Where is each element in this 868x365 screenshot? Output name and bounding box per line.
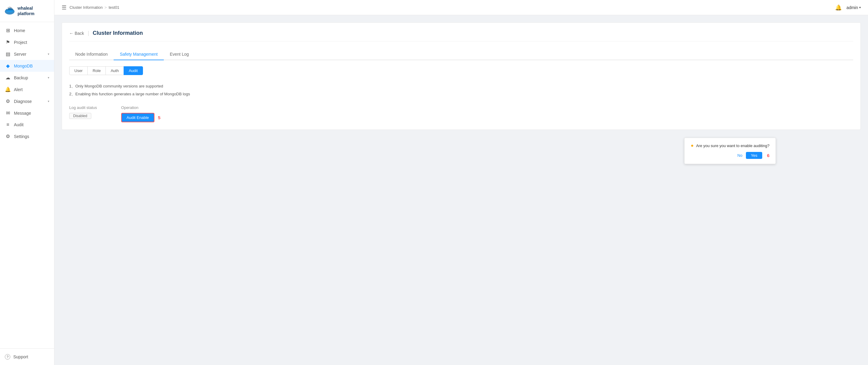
chevron-down-icon: ▾: [48, 52, 49, 56]
server-icon: ▤: [5, 51, 11, 57]
sidebar-item-label: Server: [14, 52, 45, 57]
sidebar: whaleal platform ⊞ Home ⚑ Project ▤ Serv…: [0, 0, 54, 365]
logo: whaleal platform: [0, 0, 54, 22]
user-menu[interactable]: admin ▾: [846, 5, 861, 10]
tab-safety-management[interactable]: Safety Management: [114, 49, 163, 60]
sub-tab-auth[interactable]: Auth: [105, 66, 124, 75]
sidebar-item-label: Message: [14, 111, 49, 116]
logo-icon: [4, 5, 16, 17]
page-header: ← Back | Cluster Information: [69, 30, 853, 41]
message-icon: ✉: [5, 110, 11, 116]
sub-tab-role[interactable]: Role: [87, 66, 106, 75]
page-title: Cluster Information: [93, 30, 143, 36]
content-area: ← Back | Cluster Information Node Inform…: [54, 15, 868, 365]
diagnose-icon: ⚙: [5, 99, 11, 104]
info-item-2: 2、Enabling this function generates a lar…: [69, 90, 853, 98]
sidebar-item-backup[interactable]: ☁ Backup ▾: [0, 72, 54, 84]
topbar-right: 🔔 admin ▾: [835, 4, 861, 11]
menu-icon: ☰: [62, 4, 66, 11]
breadcrumb-cluster[interactable]: Cluster Information: [69, 5, 103, 10]
sidebar-item-label: Project: [14, 40, 49, 45]
chevron-down-icon: ▾: [48, 76, 49, 79]
sidebar-item-message[interactable]: ✉ Message: [0, 107, 54, 119]
sidebar-item-support[interactable]: ? Support: [0, 351, 54, 363]
step-number-5: 5: [158, 115, 160, 120]
sidebar-item-audit[interactable]: ≡ Audit: [0, 119, 54, 131]
tab-event-log[interactable]: Event Log: [164, 49, 195, 60]
sidebar-item-project[interactable]: ⚑ Project: [0, 36, 54, 48]
bell-icon[interactable]: 🔔: [835, 4, 842, 11]
breadcrumb-separator: >: [104, 5, 107, 10]
sub-tabs: User Role Auth Audit: [69, 66, 853, 75]
sub-tab-audit[interactable]: Audit: [124, 66, 143, 75]
main-area: ☰ Cluster Information > test01 🔔 admin ▾…: [54, 0, 868, 365]
svg-point-3: [8, 7, 10, 8]
sidebar-item-settings[interactable]: ⚙ Settings: [0, 131, 54, 142]
audit-info-list: 1、Only MongoDB community versions are su…: [69, 82, 853, 98]
popover-question: ● Are you sure you want to enable auditi…: [690, 143, 770, 148]
arrow-left-icon: ←: [69, 31, 73, 36]
audit-status-row: Log audit status Disabled Operation Audi…: [69, 105, 853, 122]
sidebar-item-label: Alert: [14, 87, 49, 92]
sidebar-item-label: Audit: [14, 122, 49, 127]
popover-actions: No Yes 6: [690, 152, 770, 159]
sub-tab-user[interactable]: User: [69, 66, 88, 75]
chevron-down-icon: ▾: [859, 6, 861, 9]
popover-yes-button[interactable]: Yes: [746, 152, 762, 159]
sidebar-item-label: Settings: [14, 134, 49, 139]
sidebar-item-home[interactable]: ⊞ Home: [0, 25, 54, 36]
operation-column: Operation Audit Enable 5: [121, 105, 160, 122]
support-icon: ?: [5, 354, 10, 360]
sidebar-item-label: Support: [13, 355, 49, 359]
status-badge: Disabled: [69, 113, 91, 119]
topbar: ☰ Cluster Information > test01 🔔 admin ▾: [54, 0, 868, 15]
chevron-down-icon: ▾: [48, 100, 49, 103]
audit-icon: ≡: [5, 122, 11, 128]
operation-col-label: Operation: [121, 105, 160, 110]
sidebar-item-server[interactable]: ▤ Server ▾: [0, 48, 54, 60]
logo-text: whaleal platform: [18, 5, 34, 16]
sidebar-item-label: MongoDB: [14, 63, 49, 68]
page-card: ← Back | Cluster Information Node Inform…: [62, 22, 861, 130]
settings-icon: ⚙: [5, 134, 11, 139]
svg-point-2: [6, 7, 8, 9]
audit-enable-button[interactable]: Audit Enable: [121, 113, 154, 122]
sidebar-item-label: Backup: [14, 75, 45, 80]
project-icon: ⚑: [5, 39, 11, 45]
backup-icon: ☁: [5, 75, 11, 81]
popover-no-button[interactable]: No: [738, 153, 743, 158]
breadcrumb: ☰ Cluster Information > test01: [62, 4, 119, 11]
sidebar-item-diagnose[interactable]: ⚙ Diagnose ▾: [0, 95, 54, 107]
back-label: Back: [75, 31, 84, 36]
status-col-label: Log audit status: [69, 105, 97, 110]
main-tabs: Node Information Safety Management Event…: [69, 49, 853, 60]
popover-question-text: Are you sure you want to enable auditing…: [696, 143, 770, 148]
sidebar-item-mongodb[interactable]: ◆ MongoDB: [0, 60, 54, 72]
user-label: admin: [846, 5, 858, 10]
status-column: Log audit status Disabled: [69, 105, 97, 119]
sidebar-item-alert[interactable]: 🔔 Alert: [0, 84, 54, 95]
home-icon: ⊞: [5, 28, 11, 33]
sidebar-item-label: Home: [14, 28, 49, 33]
back-button[interactable]: ← Back: [69, 31, 84, 36]
sidebar-item-label: Diagnose: [14, 99, 45, 104]
step-number-6: 6: [767, 153, 770, 158]
header-divider: |: [88, 30, 89, 36]
sidebar-bottom: ? Support: [0, 348, 54, 365]
confirmation-popover: ● Are you sure you want to enable auditi…: [684, 138, 776, 164]
mongodb-icon: ◆: [5, 63, 11, 69]
breadcrumb-cluster-name: test01: [108, 5, 119, 10]
alert-icon: 🔔: [5, 87, 11, 92]
nav-menu: ⊞ Home ⚑ Project ▤ Server ▾ ◆ MongoDB ☁ …: [0, 22, 54, 348]
info-item-1: 1、Only MongoDB community versions are su…: [69, 82, 853, 90]
warning-icon: ●: [690, 143, 693, 148]
tab-node-information[interactable]: Node Information: [69, 49, 114, 60]
